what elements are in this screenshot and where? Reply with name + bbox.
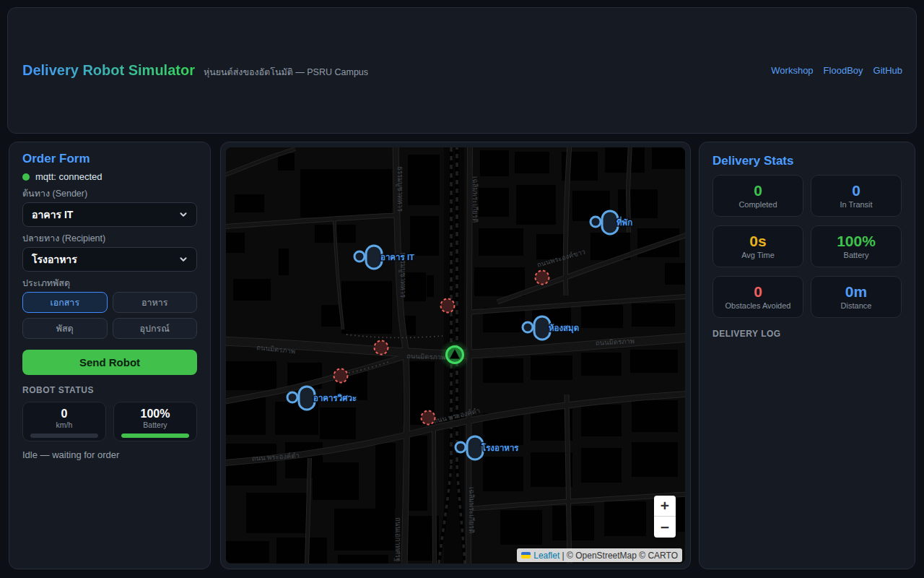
campus-map[interactable]: ถนนมิตรภาพถนนมิตรภาพถนนมิตรภาพถนน พระองค…: [226, 147, 685, 564]
map-panel: ถนนมิตรภาพถนนมิตรภาพถนนมิตรภาพถนน พระองค…: [220, 142, 691, 569]
attribution-text: | © OpenStreetMap © CARTO: [559, 551, 678, 561]
obstacle-marker: [536, 271, 549, 285]
stat-value: 0: [852, 183, 860, 199]
stat-label: Avg Time: [741, 251, 775, 259]
station-label: อาคาร IT: [380, 253, 414, 262]
stat-value: 0s: [749, 233, 766, 249]
battery-value: 100%: [114, 407, 196, 420]
sender-select[interactable]: อาคาร IT: [22, 202, 197, 227]
app-title: Delivery Robot Simulator: [22, 62, 195, 79]
zoom-out-button[interactable]: −: [654, 517, 676, 538]
package-type-label: ประเภทพัสดุ: [22, 278, 197, 288]
stat-label: In Transit: [840, 200, 872, 209]
map-zoom-control: + −: [654, 496, 676, 538]
header-panel: Delivery Robot Simulator หุ่นยนต์ส่งของอ…: [7, 7, 917, 134]
order-form-title: Order Form: [22, 152, 197, 165]
send-robot-button[interactable]: Send Robot: [22, 350, 197, 375]
stats-grid: 0Completed0In Transit0sAvg Time100%Batte…: [712, 175, 902, 318]
mqtt-connected-dot: [22, 173, 30, 181]
map-canvas: ถนนมิตรภาพถนนมิตรภาพถนนมิตรภาพถนน พระองค…: [226, 147, 685, 564]
battery-bar: [121, 434, 189, 438]
battery-label: Battery: [114, 420, 196, 429]
package-type-button-1[interactable]: อาหาร: [113, 292, 198, 313]
stat-value: 0: [754, 183, 762, 199]
mqtt-status-text: mqtt: connected: [35, 171, 103, 182]
stat-card-completed: 0Completed: [712, 175, 803, 217]
station-label: โรงอาหาร: [481, 442, 519, 452]
delivery-stats-title: Delivery Stats: [712, 154, 902, 168]
package-type-button-2[interactable]: พัสดุ: [22, 318, 108, 339]
stat-card-in-transit: 0In Transit: [811, 175, 902, 217]
delivery-log-heading: DELIVERY LOG: [712, 329, 902, 339]
stat-value: 100%: [837, 233, 876, 249]
stat-value: 0m: [845, 284, 867, 300]
stat-label: Obstacles Avoided: [725, 301, 791, 310]
robot-marker: [440, 340, 470, 370]
package-type-grid: เอกสารอาหารพัสดุอุปกรณ์: [22, 292, 197, 339]
stat-card-obstacles-avoided: 0Obstacles Avoided: [712, 276, 803, 318]
sender-value: อาคาร IT: [32, 207, 73, 223]
station-label: ห้องสมุด: [549, 324, 579, 334]
package-type-button-0[interactable]: เอกสาร: [22, 292, 108, 313]
obstacle-marker: [441, 299, 455, 313]
leaflet-link[interactable]: Leaflet: [533, 551, 559, 561]
recipient-select[interactable]: โรงอาหาร: [22, 247, 197, 272]
speed-value: 0: [23, 407, 105, 420]
stat-label: Completed: [738, 200, 777, 209]
ukraine-flag-icon: [521, 552, 531, 558]
street-label: เฉลิมพระเกียรติ: [471, 176, 479, 223]
station-label: ที่พัก: [616, 216, 632, 227]
delivery-stats-panel: Delivery Stats 0Completed0In Transit0sAv…: [699, 142, 915, 569]
recipient-value: โรงอาหาร: [32, 251, 77, 267]
speed-card: 0 km/h: [22, 402, 106, 441]
stat-value: 0: [754, 284, 762, 300]
chevron-down-icon: [179, 255, 188, 264]
zoom-in-button[interactable]: +: [654, 496, 676, 517]
recipient-label: ปลายทาง (Recipient): [22, 233, 197, 243]
nav-link-workshop[interactable]: Workshop: [771, 65, 813, 76]
station-label: อาคารวิศวะ: [313, 394, 357, 402]
robot-status-text: Idle — waiting for order: [22, 449, 197, 460]
obstacle-marker: [375, 341, 388, 355]
stat-label: Distance: [841, 301, 872, 310]
stat-card-distance: 0mDistance: [811, 276, 902, 318]
package-type-button-3[interactable]: อุปกรณ์: [113, 318, 198, 339]
header-nav: WorkshopFloodBoyGitHub: [771, 65, 902, 76]
map-attribution: Leaflet | © OpenStreetMap © CARTO: [517, 548, 682, 562]
street-label: เฉลิมพระเกียรติ: [468, 487, 476, 533]
speed-bar: [30, 434, 98, 438]
stat-label: Battery: [844, 251, 869, 259]
street-label: ถนนเอกาทศรฐ: [393, 517, 402, 561]
obstacle-marker: [422, 411, 435, 425]
speed-label: km/h: [23, 420, 105, 429]
sender-label: ต้นทาง (Sender): [22, 189, 197, 199]
street-label: ธรรมบูชาทหาร: [396, 166, 404, 212]
stat-card-avg-time: 0sAvg Time: [712, 225, 803, 267]
nav-link-floodboy[interactable]: FloodBoy: [824, 65, 863, 76]
stat-card-battery: 100%Battery: [811, 225, 902, 267]
mqtt-status: mqtt: connected: [22, 171, 197, 182]
nav-link-github[interactable]: GitHub: [873, 65, 902, 76]
battery-card: 100% Battery: [113, 402, 197, 441]
robot-status-heading: ROBOT STATUS: [22, 385, 197, 395]
order-form-panel: Order Form mqtt: connected ต้นทาง (Sende…: [9, 142, 211, 569]
chevron-down-icon: [179, 210, 188, 219]
obstacle-marker: [334, 369, 348, 383]
app-subtitle: หุ่นยนต์ส่งของอัตโนมัติ — PSRU Campus: [204, 65, 368, 79]
